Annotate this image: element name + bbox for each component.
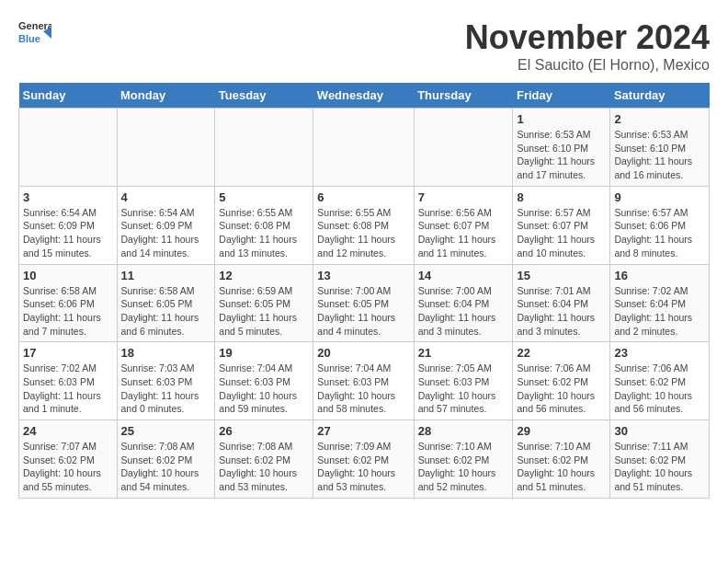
day-number: 2 (614, 112, 705, 126)
day-number: 19 (219, 346, 309, 360)
calendar-cell: 25Sunrise: 7:08 AM Sunset: 6:02 PM Dayli… (117, 420, 215, 499)
page-header: General Blue November 2024 El Saucito (E… (18, 18, 710, 74)
day-number: 17 (23, 346, 113, 360)
calendar-cell: 30Sunrise: 7:11 AM Sunset: 6:02 PM Dayli… (610, 420, 710, 499)
calendar-cell: 16Sunrise: 7:02 AM Sunset: 6:04 PM Dayli… (610, 264, 710, 342)
day-info: Sunrise: 7:09 AM Sunset: 6:02 PM Dayligh… (317, 440, 409, 494)
calendar-cell: 8Sunrise: 6:57 AM Sunset: 6:07 PM Daylig… (513, 186, 610, 264)
day-info: Sunrise: 6:59 AM Sunset: 6:05 PM Dayligh… (219, 284, 309, 339)
calendar-cell: 21Sunrise: 7:05 AM Sunset: 6:03 PM Dayli… (414, 342, 513, 420)
day-info: Sunrise: 6:53 AM Sunset: 6:10 PM Dayligh… (517, 128, 606, 182)
day-info: Sunrise: 6:54 AM Sunset: 6:09 PM Dayligh… (23, 206, 113, 260)
day-info: Sunrise: 7:03 AM Sunset: 6:03 PM Dayligh… (121, 362, 211, 416)
weekday-header-friday: Friday (513, 83, 610, 109)
day-number: 3 (23, 190, 113, 204)
weekday-header-row: SundayMondayTuesdayWednesdayThursdayFrid… (19, 83, 710, 109)
week-row-2: 3Sunrise: 6:54 AM Sunset: 6:09 PM Daylig… (19, 186, 710, 264)
day-info: Sunrise: 6:56 AM Sunset: 6:07 PM Dayligh… (418, 206, 509, 260)
weekday-header-wednesday: Wednesday (313, 83, 414, 109)
calendar-cell: 12Sunrise: 6:59 AM Sunset: 6:05 PM Dayli… (215, 264, 313, 342)
calendar-cell: 15Sunrise: 7:01 AM Sunset: 6:04 PM Dayli… (513, 264, 610, 342)
calendar-cell: 24Sunrise: 7:07 AM Sunset: 6:02 PM Dayli… (19, 420, 118, 499)
calendar-cell: 5Sunrise: 6:55 AM Sunset: 6:08 PM Daylig… (215, 186, 313, 264)
day-info: Sunrise: 7:04 AM Sunset: 6:03 PM Dayligh… (219, 362, 309, 416)
calendar-cell: 1Sunrise: 6:53 AM Sunset: 6:10 PM Daylig… (513, 109, 610, 187)
calendar-cell: 23Sunrise: 7:06 AM Sunset: 6:02 PM Dayli… (610, 342, 710, 420)
calendar-cell (117, 109, 215, 187)
calendar-cell: 10Sunrise: 6:58 AM Sunset: 6:06 PM Dayli… (19, 264, 118, 342)
calendar-cell: 17Sunrise: 7:02 AM Sunset: 6:03 PM Dayli… (19, 342, 118, 420)
day-number: 26 (219, 424, 309, 438)
calendar-cell: 4Sunrise: 6:54 AM Sunset: 6:09 PM Daylig… (117, 186, 215, 264)
day-info: Sunrise: 7:07 AM Sunset: 6:02 PM Dayligh… (23, 440, 113, 494)
day-info: Sunrise: 6:55 AM Sunset: 6:08 PM Dayligh… (219, 206, 309, 260)
calendar-cell (414, 109, 513, 187)
calendar-cell: 2Sunrise: 6:53 AM Sunset: 6:10 PM Daylig… (610, 109, 710, 187)
calendar-cell: 14Sunrise: 7:00 AM Sunset: 6:04 PM Dayli… (414, 264, 513, 342)
day-number: 11 (121, 269, 211, 282)
day-number: 21 (418, 346, 509, 360)
day-number: 30 (614, 424, 705, 438)
calendar-cell: 7Sunrise: 6:56 AM Sunset: 6:07 PM Daylig… (414, 186, 513, 264)
day-info: Sunrise: 7:11 AM Sunset: 6:02 PM Dayligh… (614, 440, 705, 494)
day-info: Sunrise: 7:10 AM Sunset: 6:02 PM Dayligh… (418, 440, 509, 494)
day-number: 13 (317, 269, 409, 282)
location-subtitle: El Saucito (El Horno), Mexico (465, 57, 710, 74)
svg-text:Blue: Blue (18, 33, 40, 44)
week-row-3: 10Sunrise: 6:58 AM Sunset: 6:06 PM Dayli… (19, 264, 710, 342)
weekday-header-tuesday: Tuesday (215, 83, 313, 109)
day-info: Sunrise: 7:06 AM Sunset: 6:02 PM Dayligh… (614, 362, 705, 416)
calendar-cell: 3Sunrise: 6:54 AM Sunset: 6:09 PM Daylig… (19, 186, 118, 264)
day-number: 7 (418, 190, 509, 204)
day-info: Sunrise: 7:02 AM Sunset: 6:04 PM Dayligh… (614, 284, 705, 339)
day-info: Sunrise: 7:05 AM Sunset: 6:03 PM Dayligh… (418, 362, 509, 416)
day-info: Sunrise: 6:58 AM Sunset: 6:06 PM Dayligh… (23, 284, 113, 339)
day-info: Sunrise: 7:10 AM Sunset: 6:02 PM Dayligh… (517, 440, 606, 494)
calendar-cell (19, 109, 118, 187)
day-number: 27 (317, 424, 409, 438)
day-info: Sunrise: 6:53 AM Sunset: 6:10 PM Dayligh… (614, 128, 705, 182)
calendar-cell: 9Sunrise: 6:57 AM Sunset: 6:06 PM Daylig… (610, 186, 710, 264)
day-number: 4 (121, 190, 211, 204)
title-block: November 2024 El Saucito (El Horno), Mex… (465, 18, 710, 74)
calendar-cell: 26Sunrise: 7:08 AM Sunset: 6:02 PM Dayli… (215, 420, 313, 499)
day-number: 12 (219, 269, 309, 282)
day-info: Sunrise: 7:02 AM Sunset: 6:03 PM Dayligh… (23, 362, 113, 416)
weekday-header-saturday: Saturday (610, 83, 710, 109)
day-info: Sunrise: 7:06 AM Sunset: 6:02 PM Dayligh… (517, 362, 606, 416)
week-row-1: 1Sunrise: 6:53 AM Sunset: 6:10 PM Daylig… (19, 109, 710, 187)
calendar-cell: 22Sunrise: 7:06 AM Sunset: 6:02 PM Dayli… (513, 342, 610, 420)
day-info: Sunrise: 7:08 AM Sunset: 6:02 PM Dayligh… (219, 440, 309, 494)
day-info: Sunrise: 7:00 AM Sunset: 6:05 PM Dayligh… (317, 284, 409, 339)
day-number: 28 (418, 424, 509, 438)
calendar-cell (215, 109, 313, 187)
logo-icon: General Blue (18, 18, 51, 46)
calendar-cell: 11Sunrise: 6:58 AM Sunset: 6:05 PM Dayli… (117, 264, 215, 342)
day-number: 8 (517, 190, 606, 204)
calendar-cell: 18Sunrise: 7:03 AM Sunset: 6:03 PM Dayli… (117, 342, 215, 420)
day-number: 1 (517, 112, 606, 126)
day-info: Sunrise: 7:01 AM Sunset: 6:04 PM Dayligh… (517, 284, 606, 339)
day-number: 24 (23, 424, 113, 438)
day-number: 25 (121, 424, 211, 438)
day-info: Sunrise: 6:57 AM Sunset: 6:06 PM Dayligh… (614, 206, 705, 260)
day-info: Sunrise: 7:04 AM Sunset: 6:03 PM Dayligh… (317, 362, 409, 416)
day-number: 23 (614, 346, 705, 360)
calendar-cell (313, 109, 414, 187)
month-year-title: November 2024 (465, 18, 710, 57)
week-row-5: 24Sunrise: 7:07 AM Sunset: 6:02 PM Dayli… (19, 420, 710, 499)
calendar-cell: 20Sunrise: 7:04 AM Sunset: 6:03 PM Dayli… (313, 342, 414, 420)
day-info: Sunrise: 6:58 AM Sunset: 6:05 PM Dayligh… (121, 284, 211, 339)
calendar-table: SundayMondayTuesdayWednesdayThursdayFrid… (18, 83, 710, 499)
day-info: Sunrise: 6:57 AM Sunset: 6:07 PM Dayligh… (517, 206, 606, 260)
day-number: 5 (219, 190, 309, 204)
day-info: Sunrise: 6:54 AM Sunset: 6:09 PM Dayligh… (121, 206, 211, 260)
calendar-cell: 13Sunrise: 7:00 AM Sunset: 6:05 PM Dayli… (313, 264, 414, 342)
logo: General Blue (18, 18, 51, 46)
day-number: 29 (517, 424, 606, 438)
day-number: 6 (317, 190, 409, 204)
day-number: 14 (418, 269, 509, 282)
calendar-cell: 27Sunrise: 7:09 AM Sunset: 6:02 PM Dayli… (313, 420, 414, 499)
day-number: 16 (614, 269, 705, 282)
day-info: Sunrise: 6:55 AM Sunset: 6:08 PM Dayligh… (317, 206, 409, 260)
